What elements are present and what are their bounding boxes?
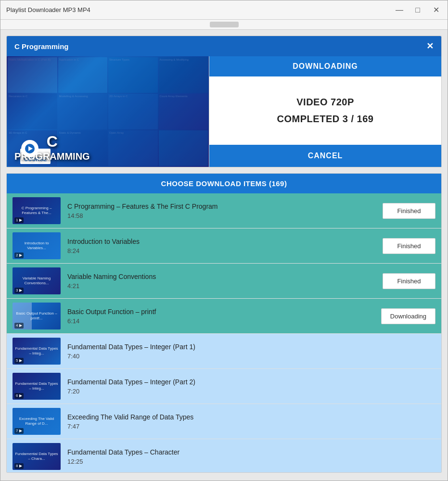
panel-body: Matrix Multiplication in C (Part B) Appl… <box>7 56 441 167</box>
list-item[interactable]: Exceeding The Valid Range of D...7 ▶Exce… <box>7 404 441 439</box>
item-title: C Programming – Features & The First C P… <box>67 203 377 210</box>
title-bar-controls: — □ ✕ <box>394 4 442 16</box>
item-title: Fundamental Data Types – Integer (Part 1… <box>67 343 430 351</box>
list-item[interactable]: C Programming – Features & The...1 ▶C Pr… <box>7 193 441 228</box>
title-bar-left: Playlist Downloader MP3 MP4 <box>6 6 90 13</box>
content-area: C Programming ✕ Matrix Multiplication in… <box>0 30 448 481</box>
item-duration: 8:24 <box>67 247 377 254</box>
panel-close-button[interactable]: ✕ <box>426 41 434 51</box>
list-panel: CHOOSE DOWNLOAD ITEMS (169) C Programmin… <box>6 173 442 473</box>
item-thumb-8: Fundamental Data Types – Chara...8 ▶ <box>13 443 61 470</box>
list-item[interactable]: Fundamental Data Types – Integ...6 ▶Fund… <box>7 369 441 404</box>
item-duration: 6:14 <box>67 317 375 325</box>
item-duration: 12:25 <box>67 458 430 465</box>
list-item[interactable]: Introduction to Variables...2 ▶Introduct… <box>7 228 441 264</box>
download-status-bar: DOWNLOADING <box>209 56 441 76</box>
panel-title: C Programming <box>14 42 69 51</box>
progress-info: COMPLETED 3 / 169 <box>277 114 374 125</box>
item-duration: 7:40 <box>67 353 430 360</box>
status-badge: Finished <box>383 238 435 254</box>
status-badge: Finished <box>383 203 435 219</box>
item-thumb-6: Fundamental Data Types – Integ...6 ▶ <box>13 373 61 400</box>
list-item[interactable]: Variable Naming Conventions...3 ▶Variabl… <box>7 264 441 299</box>
list-header: CHOOSE DOWNLOAD ITEMS (169) <box>7 174 441 193</box>
item-thumb-7: Exceeding The Valid Range of D...7 ▶ <box>13 408 61 435</box>
list-item[interactable]: Fundamental Data Types – Integ...5 ▶Fund… <box>7 334 441 369</box>
main-window: Playlist Downloader MP3 MP4 — □ ✕ C Prog… <box>0 0 448 481</box>
list-items: C Programming – Features & The...1 ▶C Pr… <box>7 193 441 472</box>
item-thumb-4: Basic Output Function – printf...4 ▶ <box>13 303 61 329</box>
panel-thumbnail: Matrix Multiplication in C (Part B) Appl… <box>7 56 209 167</box>
status-badge: Downloading <box>381 308 435 324</box>
item-title: Fundamental Data Types – Integer (Part 2… <box>67 378 430 386</box>
item-duration: 14:58 <box>67 212 377 219</box>
item-duration: 7:47 <box>67 423 430 430</box>
drag-handle-row <box>0 20 448 30</box>
item-title: Variable Naming Conventions <box>67 273 377 280</box>
panel-header: C Programming ✕ <box>7 36 441 56</box>
item-thumb-2: Introduction to Variables...2 ▶ <box>13 232 61 259</box>
thumb-inner: Matrix Multiplication in C (Part B) Appl… <box>7 56 209 167</box>
window-close-button[interactable]: ✕ <box>430 4 442 16</box>
info-area: VIDEO 720P COMPLETED 3 / 169 <box>209 76 441 145</box>
list-item[interactable]: Basic Output Function – printf...4 ▶Basi… <box>7 299 441 334</box>
panel-right: DOWNLOADING VIDEO 720P COMPLETED 3 / 169… <box>209 56 441 167</box>
item-thumb-3: Variable Naming Conventions...3 ▶ <box>13 267 61 294</box>
cancel-button[interactable]: CANCEL <box>209 145 441 167</box>
item-duration: 4:21 <box>67 282 377 290</box>
item-title: Basic Output Function – printf <box>67 308 375 316</box>
video-quality-info: VIDEO 720P <box>296 97 354 108</box>
item-title: Fundamental Data Types – Character <box>67 448 430 456</box>
status-badge: Finished <box>383 273 435 289</box>
item-title: Introduction to Variables <box>67 238 377 245</box>
minimize-button[interactable]: — <box>394 4 405 16</box>
title-bar: Playlist Downloader MP3 MP4 — □ ✕ <box>0 0 448 20</box>
item-thumb-1: C Programming – Features & The...1 ▶ <box>13 197 61 224</box>
item-title: Exceeding The Valid Range of Data Types <box>67 413 430 421</box>
top-panel: C Programming ✕ Matrix Multiplication in… <box>6 36 442 167</box>
item-thumb-5: Fundamental Data Types – Integ...5 ▶ <box>13 338 61 365</box>
item-duration: 7:20 <box>67 388 430 395</box>
thumb-logo <box>21 140 38 157</box>
drag-handle[interactable] <box>210 22 239 27</box>
window-title: Playlist Downloader MP3 MP4 <box>6 6 90 13</box>
maximize-button[interactable]: □ <box>412 4 423 16</box>
list-item[interactable]: Fundamental Data Types – Chara...8 ▶Fund… <box>7 439 441 472</box>
